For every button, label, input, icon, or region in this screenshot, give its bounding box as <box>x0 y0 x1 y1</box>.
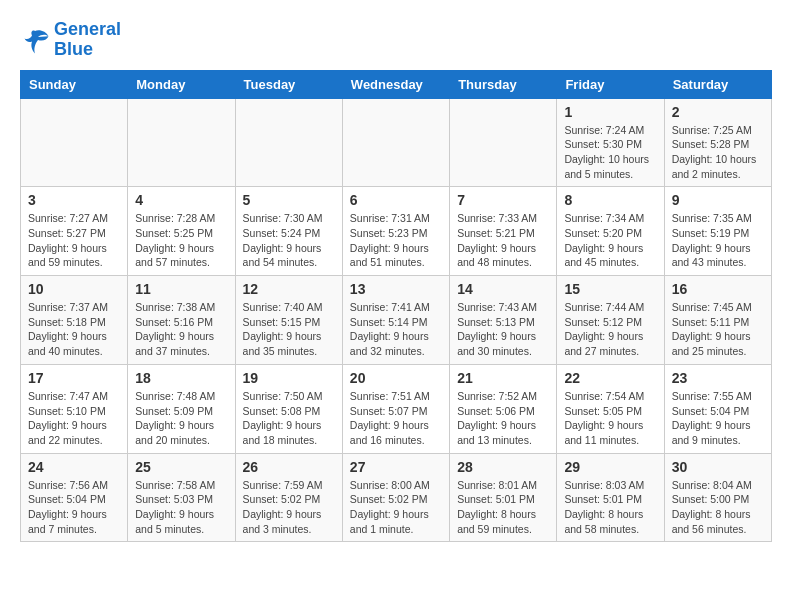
day-info: Sunrise: 7:43 AM Sunset: 5:13 PM Dayligh… <box>457 300 549 359</box>
day-info: Sunrise: 7:59 AM Sunset: 5:02 PM Dayligh… <box>243 478 335 537</box>
day-info: Sunrise: 7:41 AM Sunset: 5:14 PM Dayligh… <box>350 300 442 359</box>
calendar-cell <box>21 98 128 187</box>
day-number: 25 <box>135 459 227 475</box>
day-number: 21 <box>457 370 549 386</box>
day-number: 19 <box>243 370 335 386</box>
day-info: Sunrise: 7:58 AM Sunset: 5:03 PM Dayligh… <box>135 478 227 537</box>
day-info: Sunrise: 7:51 AM Sunset: 5:07 PM Dayligh… <box>350 389 442 448</box>
calendar-cell: 6Sunrise: 7:31 AM Sunset: 5:23 PM Daylig… <box>342 187 449 276</box>
day-info: Sunrise: 8:01 AM Sunset: 5:01 PM Dayligh… <box>457 478 549 537</box>
calendar-cell: 2Sunrise: 7:25 AM Sunset: 5:28 PM Daylig… <box>664 98 771 187</box>
day-info: Sunrise: 7:48 AM Sunset: 5:09 PM Dayligh… <box>135 389 227 448</box>
day-number: 28 <box>457 459 549 475</box>
logo-icon <box>20 25 50 55</box>
day-number: 6 <box>350 192 442 208</box>
day-info: Sunrise: 7:27 AM Sunset: 5:27 PM Dayligh… <box>28 211 120 270</box>
calendar-cell: 17Sunrise: 7:47 AM Sunset: 5:10 PM Dayli… <box>21 364 128 453</box>
day-number: 13 <box>350 281 442 297</box>
weekday-header-tuesday: Tuesday <box>235 70 342 98</box>
day-number: 27 <box>350 459 442 475</box>
calendar-cell: 12Sunrise: 7:40 AM Sunset: 5:15 PM Dayli… <box>235 276 342 365</box>
weekday-header-wednesday: Wednesday <box>342 70 449 98</box>
day-info: Sunrise: 7:54 AM Sunset: 5:05 PM Dayligh… <box>564 389 656 448</box>
calendar-week-2: 10Sunrise: 7:37 AM Sunset: 5:18 PM Dayli… <box>21 276 772 365</box>
calendar-cell <box>342 98 449 187</box>
day-number: 1 <box>564 104 656 120</box>
calendar-cell: 11Sunrise: 7:38 AM Sunset: 5:16 PM Dayli… <box>128 276 235 365</box>
day-number: 3 <box>28 192 120 208</box>
day-info: Sunrise: 7:45 AM Sunset: 5:11 PM Dayligh… <box>672 300 764 359</box>
calendar-cell: 15Sunrise: 7:44 AM Sunset: 5:12 PM Dayli… <box>557 276 664 365</box>
weekday-header-friday: Friday <box>557 70 664 98</box>
day-info: Sunrise: 8:04 AM Sunset: 5:00 PM Dayligh… <box>672 478 764 537</box>
calendar-week-4: 24Sunrise: 7:56 AM Sunset: 5:04 PM Dayli… <box>21 453 772 542</box>
day-info: Sunrise: 7:34 AM Sunset: 5:20 PM Dayligh… <box>564 211 656 270</box>
weekday-header-thursday: Thursday <box>450 70 557 98</box>
day-number: 26 <box>243 459 335 475</box>
calendar-cell: 7Sunrise: 7:33 AM Sunset: 5:21 PM Daylig… <box>450 187 557 276</box>
calendar-cell <box>128 98 235 187</box>
day-number: 17 <box>28 370 120 386</box>
logo: General Blue <box>20 20 121 60</box>
day-info: Sunrise: 7:38 AM Sunset: 5:16 PM Dayligh… <box>135 300 227 359</box>
calendar-cell: 9Sunrise: 7:35 AM Sunset: 5:19 PM Daylig… <box>664 187 771 276</box>
calendar-cell <box>450 98 557 187</box>
day-info: Sunrise: 7:31 AM Sunset: 5:23 PM Dayligh… <box>350 211 442 270</box>
day-info: Sunrise: 7:24 AM Sunset: 5:30 PM Dayligh… <box>564 123 656 182</box>
day-info: Sunrise: 7:44 AM Sunset: 5:12 PM Dayligh… <box>564 300 656 359</box>
calendar-cell: 19Sunrise: 7:50 AM Sunset: 5:08 PM Dayli… <box>235 364 342 453</box>
calendar-cell: 26Sunrise: 7:59 AM Sunset: 5:02 PM Dayli… <box>235 453 342 542</box>
calendar-cell: 18Sunrise: 7:48 AM Sunset: 5:09 PM Dayli… <box>128 364 235 453</box>
day-info: Sunrise: 7:52 AM Sunset: 5:06 PM Dayligh… <box>457 389 549 448</box>
day-info: Sunrise: 7:28 AM Sunset: 5:25 PM Dayligh… <box>135 211 227 270</box>
day-number: 22 <box>564 370 656 386</box>
day-number: 4 <box>135 192 227 208</box>
day-info: Sunrise: 7:35 AM Sunset: 5:19 PM Dayligh… <box>672 211 764 270</box>
logo-text: General Blue <box>54 20 121 60</box>
calendar-cell: 28Sunrise: 8:01 AM Sunset: 5:01 PM Dayli… <box>450 453 557 542</box>
day-number: 16 <box>672 281 764 297</box>
weekday-header-monday: Monday <box>128 70 235 98</box>
day-info: Sunrise: 8:00 AM Sunset: 5:02 PM Dayligh… <box>350 478 442 537</box>
day-number: 20 <box>350 370 442 386</box>
day-number: 8 <box>564 192 656 208</box>
day-number: 12 <box>243 281 335 297</box>
calendar-week-0: 1Sunrise: 7:24 AM Sunset: 5:30 PM Daylig… <box>21 98 772 187</box>
calendar-cell: 23Sunrise: 7:55 AM Sunset: 5:04 PM Dayli… <box>664 364 771 453</box>
day-number: 2 <box>672 104 764 120</box>
calendar-cell: 25Sunrise: 7:58 AM Sunset: 5:03 PM Dayli… <box>128 453 235 542</box>
day-info: Sunrise: 7:50 AM Sunset: 5:08 PM Dayligh… <box>243 389 335 448</box>
calendar-cell: 8Sunrise: 7:34 AM Sunset: 5:20 PM Daylig… <box>557 187 664 276</box>
day-number: 14 <box>457 281 549 297</box>
day-number: 11 <box>135 281 227 297</box>
day-info: Sunrise: 7:33 AM Sunset: 5:21 PM Dayligh… <box>457 211 549 270</box>
calendar-cell: 24Sunrise: 7:56 AM Sunset: 5:04 PM Dayli… <box>21 453 128 542</box>
calendar-cell: 22Sunrise: 7:54 AM Sunset: 5:05 PM Dayli… <box>557 364 664 453</box>
calendar-cell: 5Sunrise: 7:30 AM Sunset: 5:24 PM Daylig… <box>235 187 342 276</box>
day-number: 18 <box>135 370 227 386</box>
calendar-cell: 27Sunrise: 8:00 AM Sunset: 5:02 PM Dayli… <box>342 453 449 542</box>
day-number: 10 <box>28 281 120 297</box>
day-number: 29 <box>564 459 656 475</box>
calendar-cell <box>235 98 342 187</box>
calendar-week-3: 17Sunrise: 7:47 AM Sunset: 5:10 PM Dayli… <box>21 364 772 453</box>
day-info: Sunrise: 7:56 AM Sunset: 5:04 PM Dayligh… <box>28 478 120 537</box>
day-number: 30 <box>672 459 764 475</box>
day-number: 7 <box>457 192 549 208</box>
calendar-cell: 30Sunrise: 8:04 AM Sunset: 5:00 PM Dayli… <box>664 453 771 542</box>
calendar-cell: 16Sunrise: 7:45 AM Sunset: 5:11 PM Dayli… <box>664 276 771 365</box>
calendar-cell: 13Sunrise: 7:41 AM Sunset: 5:14 PM Dayli… <box>342 276 449 365</box>
day-info: Sunrise: 7:55 AM Sunset: 5:04 PM Dayligh… <box>672 389 764 448</box>
page-header: General Blue <box>20 20 772 60</box>
day-info: Sunrise: 7:47 AM Sunset: 5:10 PM Dayligh… <box>28 389 120 448</box>
day-number: 23 <box>672 370 764 386</box>
calendar-header: SundayMondayTuesdayWednesdayThursdayFrid… <box>21 70 772 98</box>
calendar-week-1: 3Sunrise: 7:27 AM Sunset: 5:27 PM Daylig… <box>21 187 772 276</box>
day-info: Sunrise: 8:03 AM Sunset: 5:01 PM Dayligh… <box>564 478 656 537</box>
calendar-cell: 29Sunrise: 8:03 AM Sunset: 5:01 PM Dayli… <box>557 453 664 542</box>
calendar-cell: 20Sunrise: 7:51 AM Sunset: 5:07 PM Dayli… <box>342 364 449 453</box>
day-number: 15 <box>564 281 656 297</box>
calendar-cell: 21Sunrise: 7:52 AM Sunset: 5:06 PM Dayli… <box>450 364 557 453</box>
calendar-body: 1Sunrise: 7:24 AM Sunset: 5:30 PM Daylig… <box>21 98 772 542</box>
weekday-header-saturday: Saturday <box>664 70 771 98</box>
